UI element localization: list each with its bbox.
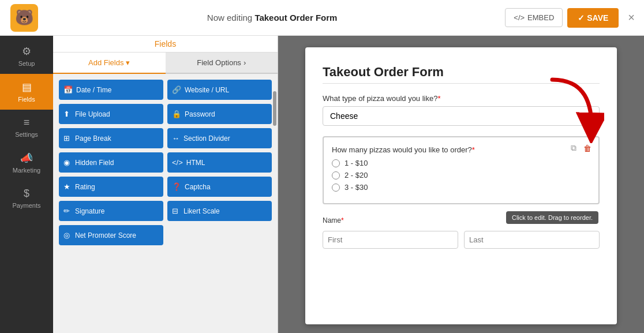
field-btn-rating[interactable]: ★ Rating	[59, 177, 163, 197]
fields-panel: Fields Add Fields ▾ Field Options › 📅 Da…	[53, 36, 278, 333]
radio-option-3: 3 - $30	[332, 183, 590, 192]
field-btn-date-time[interactable]: 📅 Date / Time	[59, 80, 163, 100]
last-name-field	[464, 231, 600, 249]
top-bar-actions: </> EMBED ✓ SAVE ×	[505, 8, 635, 28]
sidebar-item-marketing-label: Marketing	[13, 167, 40, 174]
required-mark-1: *	[437, 94, 440, 103]
question1-label: What type of pizza would you like?*	[323, 94, 600, 103]
tab-add-fields[interactable]: Add Fields ▾	[53, 53, 166, 74]
sidebar-item-fields-label: Fields	[18, 96, 35, 103]
form-card: Takeout Order Form What type of pizza wo…	[305, 47, 617, 324]
html-icon: </>	[172, 158, 183, 167]
marketing-icon: 📣	[20, 152, 33, 164]
tooltip: Click to edit. Drag to reorder.	[506, 211, 598, 224]
rating-icon: ★	[63, 182, 72, 191]
first-name-input[interactable]	[323, 231, 458, 249]
sidebar-item-payments[interactable]: $ Payments	[0, 181, 53, 216]
radio-circle-2	[332, 171, 340, 179]
signature-icon: ✏	[63, 207, 72, 215]
top-bar: 🐻 Now editing Takeout Order Form </> EMB…	[0, 0, 644, 36]
captcha-icon: ❓	[172, 182, 181, 191]
field-btn-net-promoter[interactable]: ◎ Net Promoter Score	[59, 225, 163, 245]
sidebar-item-settings[interactable]: ≡ Settings	[0, 110, 53, 145]
field-btn-page-break[interactable]: ⊞ Page Break	[59, 128, 163, 148]
main-layout: ⚙ Setup ▤ Fields ≡ Settings 📣 Marketing …	[0, 36, 644, 333]
radio-option-2: 2 - $20	[332, 171, 590, 179]
field-btn-password[interactable]: 🔒 Password	[167, 104, 272, 124]
page-title: Now editing Takeout Order Form	[39, 13, 505, 23]
date-time-icon: 📅	[63, 85, 73, 94]
setup-icon: ⚙	[22, 45, 31, 58]
page-break-icon: ⊞	[63, 134, 72, 143]
field-btn-website-url[interactable]: 🔗 Website / URL	[167, 80, 272, 100]
scroll-indicator[interactable]	[273, 74, 276, 333]
fields-icon: ▤	[22, 81, 32, 93]
tab-field-options-arrow: ›	[244, 58, 246, 67]
close-button[interactable]: ×	[628, 11, 635, 24]
field-btn-signature[interactable]: ✏ Signature	[59, 201, 163, 221]
sidebar-item-setup-label: Setup	[18, 60, 35, 67]
question1-select[interactable]: Cheese Pepperoni Veggie	[323, 106, 600, 126]
copy-block-button[interactable]: ⧉	[568, 142, 579, 154]
title-prefix: Now editing	[207, 13, 255, 23]
question1-select-wrapper: Cheese Pepperoni Veggie ▾	[323, 106, 600, 126]
sidebar-nav: ⚙ Setup ▤ Fields ≡ Settings 📣 Marketing …	[0, 36, 53, 333]
form-preview: Takeout Order Form What type of pizza wo…	[278, 36, 644, 333]
field-btn-captcha[interactable]: ❓ Captcha	[167, 177, 272, 197]
sidebar-item-marketing[interactable]: 📣 Marketing	[0, 145, 53, 181]
field-btn-likert-scale[interactable]: ⊟ Likert Scale	[167, 201, 272, 221]
field-btn-file-upload[interactable]: ⬆ File Upload	[59, 104, 163, 124]
website-url-icon: 🔗	[172, 85, 181, 94]
payments-icon: $	[24, 188, 29, 200]
logo-icon: 🐻	[10, 4, 38, 32]
form-title-header: Takeout Order Form	[254, 13, 337, 23]
fields-panel-inner: 📅 Date / Time 🔗 Website / URL ⬆ File Upl…	[53, 74, 278, 333]
field-btn-html[interactable]: </> HTML	[167, 152, 272, 173]
question3-label: Name*	[323, 216, 344, 225]
form-divider	[323, 83, 600, 84]
tab-field-options[interactable]: Field Options ›	[166, 53, 278, 73]
fields-tabs: Add Fields ▾ Field Options ›	[53, 53, 278, 74]
fields-scroll[interactable]: 📅 Date / Time 🔗 Website / URL ⬆ File Upl…	[53, 74, 278, 333]
radio-circle-3	[332, 184, 340, 192]
form-card-title: Takeout Order Form	[323, 65, 600, 80]
sidebar-item-setup[interactable]: ⚙ Setup	[0, 38, 53, 74]
embed-button[interactable]: </> EMBED	[505, 8, 563, 27]
sidebar-item-settings-label: Settings	[15, 131, 38, 138]
logo-area: 🐻	[9, 3, 39, 33]
likert-scale-icon: ⊟	[172, 207, 180, 215]
field-btn-section-divider[interactable]: ↔ Section Divider	[167, 128, 272, 148]
first-name-field	[323, 231, 458, 249]
question2-label: How many pizzas would you like to order?…	[332, 145, 590, 154]
block-actions: ⧉ 🗑	[568, 142, 594, 154]
section-divider-icon: ↔	[172, 134, 180, 143]
last-name-input[interactable]	[464, 231, 600, 249]
fields-panel-header: Fields	[53, 36, 278, 53]
tab-add-fields-arrow: ▾	[126, 58, 130, 67]
radio-circle-1	[332, 159, 340, 167]
sidebar-item-fields[interactable]: ▤ Fields	[0, 74, 53, 110]
embed-code-icon: </>	[514, 13, 525, 22]
question2-block[interactable]: How many pizzas would you like to order?…	[323, 136, 600, 204]
sidebar-item-payments-label: Payments	[13, 202, 41, 209]
file-upload-icon: ⬆	[63, 110, 72, 118]
field-btn-hidden-field[interactable]: ◉ Hidden Field	[59, 152, 163, 173]
hidden-field-icon: ◉	[63, 158, 72, 167]
net-promoter-icon: ◎	[63, 231, 72, 240]
password-icon: 🔒	[172, 110, 181, 118]
required-mark-3: *	[341, 216, 344, 225]
scroll-thumb	[273, 91, 276, 126]
delete-block-button[interactable]: 🗑	[581, 143, 594, 154]
required-mark-2: *	[472, 145, 475, 154]
save-button[interactable]: ✓ SAVE	[567, 8, 619, 28]
radio-option-1: 1 - $10	[332, 159, 590, 167]
fields-grid: 📅 Date / Time 🔗 Website / URL ⬆ File Upl…	[59, 80, 272, 245]
name-fields-row	[323, 231, 600, 249]
settings-icon: ≡	[24, 117, 30, 129]
